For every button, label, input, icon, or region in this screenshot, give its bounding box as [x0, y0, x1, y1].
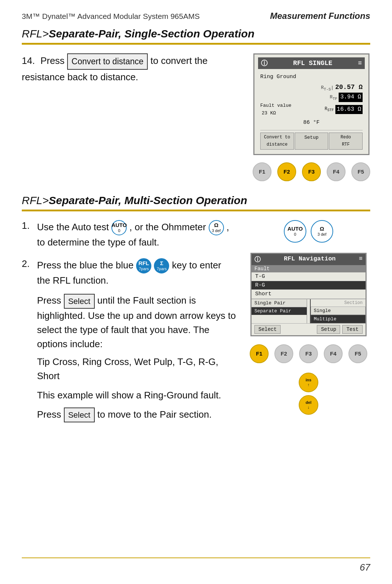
sub-step1: Press Select until the Fault section is … — [37, 293, 236, 351]
sub-step2: Tip Cross, Ring Cross, Wet Pulp, T-G, R-… — [37, 355, 236, 383]
nav-item-rg: R-G — [252, 281, 366, 290]
rts-row: RT-S| 20.57 Ω — [260, 82, 363, 93]
ohmmeter-key-inline: Ω 3 def — [209, 220, 224, 235]
ring-ground-label: Ring Ground — [260, 73, 363, 81]
convert-btn[interactable]: Convert todistance — [260, 133, 294, 149]
nav-pair-col: Single Pair Separate Pair — [252, 299, 307, 323]
auto-key-inline: AUTO 0 — [111, 220, 127, 235]
document-title: 3M™ Dynatel™ Advanced Modular System 965… — [22, 12, 200, 21]
section-single: Single — [311, 307, 366, 315]
fkey-f3[interactable]: F3 — [302, 162, 321, 181]
fkey-f2[interactable]: F2 — [277, 162, 296, 181]
section2-visual: AUTO 0 Ω 3 def ⓘ RFL Navigation ≡ Fault … — [247, 220, 370, 415]
section-multiple-selected: Multiple — [311, 315, 366, 323]
rstf-value: 16.63 Ω — [335, 105, 363, 114]
nav-title: RFL Navigation — [284, 255, 336, 264]
rfl-single-screen: ⓘ RFL SINGLE ≡ Ring Ground RT-S| 20.57 Ω… — [253, 53, 369, 155]
nav-spacer — [283, 325, 315, 334]
section1-divider — [22, 43, 370, 45]
section2-fkeys: F1 F2 F3 F4 F5 — [250, 344, 367, 363]
rfl-prefix: RFL> — [22, 28, 49, 40]
section2-divider — [22, 210, 370, 211]
section-title-header: Measurement Functions — [270, 11, 370, 21]
nav-sub-header: Fault — [252, 265, 366, 272]
fkey2-f1[interactable]: F1 — [250, 344, 269, 363]
nav-select-btn[interactable]: Select — [254, 325, 281, 334]
fkey-f1[interactable]: F1 — [253, 162, 271, 181]
page-header: 3M™ Dynatel™ Advanced Modular System 965… — [22, 11, 370, 21]
step2-num: 2. — [22, 258, 33, 288]
pair-col-item1: Single Pair — [252, 299, 307, 307]
ohmmeter-key[interactable]: Ω 3 def — [311, 220, 333, 243]
temperature: 86 °F — [260, 118, 363, 127]
rstf-label: RSTF — [325, 106, 334, 113]
section1-fkeys: F1 F2 F3 F4 F5 — [253, 162, 370, 181]
fault-label: Fault value 23 KΩ — [260, 102, 291, 117]
section1-visual: ⓘ RFL SINGLE ≡ Ring Ground RT-S| 20.57 Ω… — [253, 53, 370, 181]
fkey-f5[interactable]: F5 — [351, 162, 370, 181]
arrow-keys-container: ins↑ del↓ — [299, 373, 318, 415]
step2-body: Press the blue the blue RFL 7pars Σ 7par… — [37, 258, 236, 288]
ins-up-key[interactable]: ins↑ — [299, 373, 318, 392]
screen-buttons: Convert todistance Setup RedoRTF — [260, 130, 363, 149]
section-label: Section — [311, 299, 366, 307]
step2-container: 2. Press the blue the blue RFL 7pars Σ 7… — [22, 258, 236, 288]
step1-text2: , or the Ohmmeter — [129, 222, 208, 232]
rtf-value: 3.94 Ω — [339, 93, 363, 102]
auto-keys-row: AUTO 0 Ω 3 def — [284, 220, 333, 243]
section1-title-bold: Separate-Pair, Single-Section Operation — [49, 28, 254, 40]
nav-menu-icon: ≡ — [359, 255, 363, 264]
section-divider-label — [307, 299, 310, 323]
nav-icon: ⓘ — [254, 255, 261, 264]
step1-body: Use the Auto test AUTO 0 , or the Ohmmet… — [37, 220, 236, 250]
sigma-key-inline: Σ 7pars — [154, 258, 169, 273]
screen-header: ⓘ RFL SINGLE ≡ — [258, 57, 365, 69]
screen-lines: Ring Ground RT-S| 20.57 Ω RTF 3.94 Ω Fau… — [258, 71, 365, 151]
nav-setup-btn[interactable]: Setup — [317, 325, 340, 334]
nav-test-btn[interactable]: Test — [342, 325, 363, 334]
convert-to-distance-button[interactable]: Convert to distance — [67, 53, 148, 70]
fkey2-f3[interactable]: F3 — [299, 344, 318, 363]
sub-step4: Press Select to move to the Pair section… — [37, 407, 236, 423]
redo-rtf-btn[interactable]: RedoRTF — [329, 133, 363, 149]
step1-container: 1. Use the Auto test AUTO 0 , or the Ohm… — [22, 220, 236, 250]
rtf-row: RTF 3.94 Ω — [260, 93, 363, 102]
step2-text1: Press the blue — [37, 260, 97, 271]
rts-value: 20.57 Ω — [335, 82, 363, 93]
page-footer: 67 — [22, 557, 370, 573]
pair-col-item2-selected: Separate Pair — [252, 307, 307, 315]
rts-label: RT-S| — [321, 84, 334, 93]
step1-text1: Use the Auto test — [37, 222, 109, 232]
rtf-label: RTF — [330, 94, 338, 102]
fkey2-f2[interactable]: F2 — [274, 344, 293, 363]
section2-title: RFL>Separate-Pair, Multi-Section Operati… — [22, 194, 370, 207]
nav-pair-section-row: Single Pair Separate Pair Section Single… — [252, 299, 366, 323]
rfl-key-inline: RFL 7pars — [136, 258, 151, 273]
sub-step3: This example will show a Ring-Ground fau… — [37, 388, 236, 402]
auto-key[interactable]: AUTO 0 — [284, 220, 306, 243]
fault-row: Fault value 23 KΩ RSTF 16.63 Ω — [260, 102, 363, 117]
section2-content: 1. Use the Auto test AUTO 0 , or the Ohm… — [22, 220, 370, 423]
setup-btn[interactable]: Setup — [295, 133, 328, 149]
step14-num: 14. — [22, 55, 35, 66]
select-btn-1[interactable]: Select — [64, 294, 95, 309]
screen-menu-icon: ≡ — [358, 60, 362, 67]
nav-item-short: Short — [252, 290, 366, 299]
screen-icon-left: ⓘ — [261, 59, 268, 68]
section2-left: 1. Use the Auto test AUTO 0 , or the Ohm… — [22, 220, 236, 423]
fkey2-f4[interactable]: F4 — [324, 344, 343, 363]
step1-num: 1. — [22, 220, 33, 250]
del-down-key[interactable]: del↓ — [299, 395, 318, 415]
rstf-group: RSTF 16.63 Ω — [325, 105, 363, 114]
rfl-prefix2: RFL> — [22, 194, 49, 206]
section1-title: RFL>Separate-Pair, Single-Section Operat… — [22, 28, 370, 40]
section1-content: 14. Press Convert to distance to convert… — [22, 53, 370, 181]
screen-title: RFL SINGLE — [293, 60, 332, 67]
fkey2-f5[interactable]: F5 — [348, 344, 367, 363]
nav-bottom-buttons: Select Setup Test — [252, 323, 366, 335]
select-btn-2[interactable]: Select — [64, 407, 95, 422]
fkey-f4[interactable]: F4 — [327, 162, 346, 181]
section1-text: 14. Press Convert to distance to convert… — [22, 53, 238, 85]
rfl-nav-screen: ⓘ RFL Navigation ≡ Fault T-G R-G Short S… — [250, 253, 367, 336]
step14-press-text: Press — [40, 55, 64, 66]
